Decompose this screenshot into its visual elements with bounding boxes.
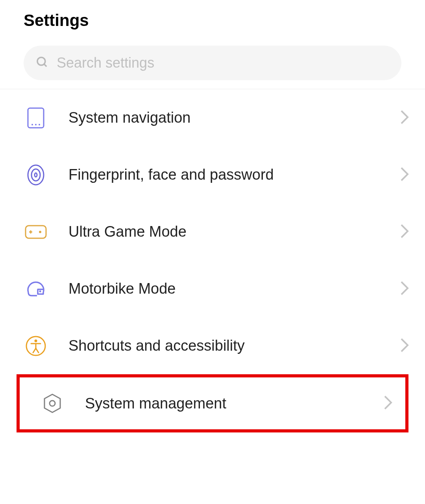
item-label: Fingerprint, face and password <box>68 166 400 183</box>
chevron-right-icon <box>383 395 393 412</box>
svg-line-18 <box>33 348 36 353</box>
svg-point-8 <box>35 173 37 177</box>
svg-point-13 <box>39 290 41 292</box>
header: Settings <box>0 0 425 46</box>
item-label: System management <box>85 395 383 412</box>
svg-point-4 <box>35 124 37 125</box>
chevron-right-icon <box>400 337 409 355</box>
search-icon <box>35 55 49 70</box>
fingerprint-icon <box>24 164 47 186</box>
item-label: Ultra Game Mode <box>68 223 400 240</box>
svg-point-15 <box>35 339 37 342</box>
search-section <box>0 46 425 89</box>
settings-item-accessibility[interactable]: Shortcuts and accessibility <box>0 317 425 374</box>
svg-point-3 <box>31 124 33 125</box>
search-input[interactable] <box>57 55 390 71</box>
chevron-right-icon <box>400 166 409 184</box>
svg-point-12 <box>39 231 41 233</box>
item-label: Motorbike Mode <box>68 280 400 297</box>
page-title: Settings <box>24 11 401 30</box>
chevron-right-icon <box>400 109 409 127</box>
item-label: System navigation <box>68 109 400 126</box>
phone-icon <box>24 107 47 129</box>
search-box[interactable] <box>24 46 401 80</box>
svg-rect-9 <box>26 226 46 238</box>
svg-point-21 <box>50 401 55 406</box>
helmet-icon <box>24 278 47 300</box>
settings-item-game-mode[interactable]: Ultra Game Mode <box>0 203 425 260</box>
svg-line-19 <box>36 348 39 353</box>
gear-hex-icon <box>41 392 64 415</box>
chevron-right-icon <box>400 280 409 298</box>
chevron-right-icon <box>400 223 409 241</box>
svg-marker-20 <box>44 394 60 412</box>
accessibility-icon <box>24 335 47 357</box>
settings-item-system-navigation[interactable]: System navigation <box>0 89 425 146</box>
svg-point-0 <box>37 57 45 65</box>
settings-item-motorbike[interactable]: Motorbike Mode <box>0 260 425 317</box>
svg-point-7 <box>31 169 40 181</box>
svg-line-1 <box>44 64 46 66</box>
settings-item-fingerprint[interactable]: Fingerprint, face and password <box>0 146 425 203</box>
svg-point-6 <box>28 165 44 185</box>
item-label: Shortcuts and accessibility <box>68 337 400 354</box>
gamepad-icon <box>24 221 47 243</box>
settings-item-system-management[interactable]: System management <box>17 374 408 432</box>
svg-point-5 <box>39 124 40 125</box>
settings-list: System navigation Fingerprint, face and … <box>0 89 425 432</box>
